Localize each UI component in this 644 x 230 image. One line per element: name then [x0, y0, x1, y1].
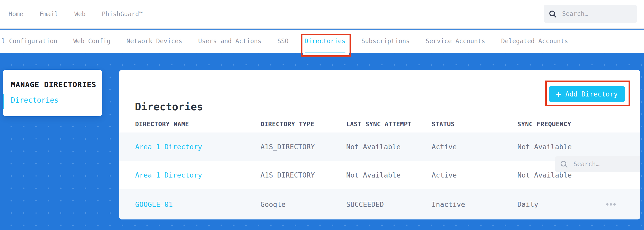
tab-underline-backdrop [303, 52, 349, 56]
tab-directories-label: Directories [304, 38, 345, 45]
global-search[interactable] [544, 5, 637, 23]
search-icon [549, 10, 556, 18]
tab-subscriptions[interactable]: Subscriptions [361, 38, 410, 45]
top-navigation-bar: Home Email Web PhishGuard™ [0, 0, 644, 29]
plus-icon: + [556, 90, 561, 99]
manage-directories-card: MANAGE DIRECTORIES Directories [3, 70, 102, 116]
status-cell: Inactive [432, 200, 517, 208]
tab-email-configuration[interactable]: l Configuration [2, 38, 57, 45]
directory-type-cell: Google [260, 200, 346, 208]
tab-service-accounts[interactable]: Service Accounts [426, 38, 485, 45]
search-icon [560, 160, 568, 168]
top-nav: Home Email Web PhishGuard™ [8, 11, 143, 18]
tab-directories[interactable]: Directories [304, 38, 345, 45]
column-header-sync-frequency: SYNC FREQUENCY [517, 121, 606, 128]
active-item-indicator [3, 94, 4, 109]
sync-frequency-cell: Not Available [517, 143, 606, 151]
status-cell: Active [432, 143, 517, 151]
nav-item-phishguard[interactable]: PhishGuard™ [102, 11, 143, 18]
add-directory-button[interactable]: + Add Directory [549, 86, 625, 102]
sync-frequency-cell: Daily [517, 200, 606, 208]
status-cell: Active [432, 171, 517, 179]
last-sync-cell: Not Available [346, 143, 432, 151]
directories-search-input[interactable] [573, 161, 640, 168]
tab-network-devices[interactable]: Network Devices [126, 38, 182, 45]
last-sync-cell: SUCCEEDED [346, 200, 432, 208]
tab-users-and-actions[interactable]: Users and Actions [198, 38, 262, 45]
row-actions-menu-icon[interactable] [606, 203, 616, 206]
nav-item-email[interactable]: Email [40, 11, 58, 18]
column-header-last-sync: LAST SYNC ATTEMPT [346, 121, 432, 128]
sync-frequency-cell: Not Available [517, 171, 606, 179]
directory-type-cell: A1S_DIRECTORY [260, 143, 346, 151]
column-header-directory-type: DIRECTORY TYPE [260, 121, 346, 128]
table-header-row: DIRECTORY NAME DIRECTORY TYPE LAST SYNC … [119, 120, 640, 129]
add-directory-label: Add Directory [565, 90, 618, 98]
directories-panel: Directories + Add Directory DIRECTORY NA… [119, 70, 640, 219]
directory-name-link[interactable]: GOOGLE-01 [135, 200, 260, 208]
tab-sso[interactable]: SSO [277, 38, 289, 45]
tab-delegated-accounts[interactable]: Delegated Accounts [501, 38, 568, 45]
global-search-input[interactable] [562, 10, 632, 17]
tab-web-config[interactable]: Web Config [73, 38, 111, 45]
sidebar-item-directories[interactable]: Directories [11, 96, 102, 104]
directory-name-link[interactable]: Area 1 Directory [135, 171, 260, 179]
column-header-status: STATUS [432, 121, 517, 128]
last-sync-cell: Not Available [346, 171, 432, 179]
settings-tabs: l Configuration Web Config Network Devic… [2, 38, 568, 45]
column-header-directory-name: DIRECTORY NAME [135, 121, 260, 128]
directories-search[interactable] [555, 156, 640, 172]
nav-item-home[interactable]: Home [8, 11, 23, 18]
directory-type-cell: A1S_DIRECTORY [260, 171, 346, 179]
page-title: Directories [135, 101, 203, 113]
card-title: MANAGE DIRECTORIES [11, 80, 102, 89]
table-body: Area 1 Directory A1S_DIRECTORY Not Avail… [119, 132, 640, 219]
directory-name-link[interactable]: Area 1 Directory [135, 143, 260, 151]
settings-tab-bar: l Configuration Web Config Network Devic… [0, 30, 644, 53]
table-row[interactable]: GOOGLE-01 Google SUCCEEDED Inactive Dail… [119, 189, 640, 219]
nav-item-web[interactable]: Web [74, 11, 85, 18]
